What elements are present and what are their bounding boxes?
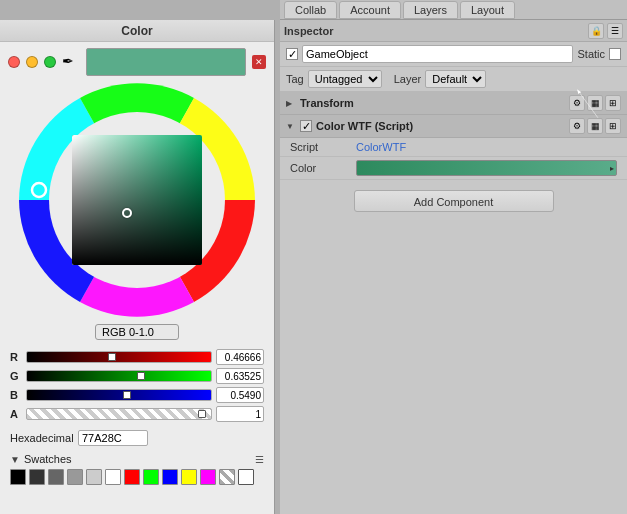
g-label: G (10, 370, 22, 382)
swatches-grid (10, 469, 264, 485)
color-mode-select[interactable]: RGB 0-1.0 RGB 0-255 HSB (95, 324, 179, 340)
transform-expand-icon[interactable]: ⊞ (605, 95, 621, 111)
script-link[interactable]: ColorWTF (356, 141, 406, 153)
hex-row: Hexadecimal (0, 427, 274, 449)
r-value[interactable]: 0.46666 (216, 349, 264, 365)
inspector-title: Inspector (284, 25, 334, 37)
slider-row-a: A 1 (10, 406, 264, 422)
tag-layer-row: Tag Untagged Layer Default (280, 67, 627, 92)
slider-row-b: B 0.5490 (10, 387, 264, 403)
swatch[interactable] (105, 469, 121, 485)
transform-component-name: Transform (300, 97, 565, 109)
b-label: B (10, 389, 22, 401)
close-icon[interactable]: ✕ (252, 55, 266, 69)
script-field-value: ColorWTF (356, 141, 617, 153)
g-value[interactable]: 0.63525 (216, 368, 264, 384)
swatches-menu-icon[interactable]: ☰ (255, 454, 264, 465)
color-field-arrow-icon: ▸ (610, 164, 614, 173)
swatch[interactable] (67, 469, 83, 485)
window-close-btn[interactable] (8, 56, 20, 68)
swatches-label: Swatches (24, 453, 251, 465)
color-preview-swatch[interactable] (86, 48, 246, 76)
sv-cursor (122, 208, 132, 218)
inspector-menu-icon[interactable]: ☰ (607, 23, 623, 39)
color-wtf-checkbox[interactable]: ✓ (300, 120, 312, 132)
color-wtf-icons: ⚙ ▦ ⊞ (569, 118, 621, 134)
color-field-label: Color (290, 162, 350, 174)
tag-label: Tag (286, 73, 304, 85)
transform-settings-icon[interactable]: ⚙ (569, 95, 585, 111)
swatch[interactable] (124, 469, 140, 485)
g-slider[interactable] (26, 370, 212, 382)
hex-input[interactable] (78, 430, 148, 446)
tab-collab[interactable]: Collab (284, 1, 337, 19)
swatch[interactable] (10, 469, 26, 485)
color-field-swatch[interactable]: ▸ (356, 160, 617, 176)
a-slider[interactable] (26, 408, 212, 420)
add-component-button[interactable]: Add Component (354, 190, 554, 212)
swatch[interactable] (162, 469, 178, 485)
color-wheel[interactable] (17, 80, 257, 320)
swatches-header: ▼ Swatches ☰ (10, 453, 264, 465)
color-panel: Color ✒ ✕ (0, 20, 275, 514)
color-field-row: Color ▸ (280, 157, 627, 180)
inspector-panel: Inspector 🔒 ☰ ✓ Static Tag Untagged Laye… (280, 20, 627, 514)
color-wtf-arrow-icon[interactable]: ▼ (286, 122, 296, 131)
swatch-transparent[interactable] (219, 469, 235, 485)
b-value[interactable]: 0.5490 (216, 387, 264, 403)
slider-row-g: G 0.63525 (10, 368, 264, 384)
transform-component-icons: ⚙ ▦ ⊞ (569, 95, 621, 111)
swatches-section: ▼ Swatches ☰ (0, 449, 274, 489)
gameobject-row: ✓ Static (280, 42, 627, 67)
color-preview-area: ✒ ✕ (0, 42, 274, 80)
eyedropper-icon[interactable]: ✒ (62, 53, 80, 71)
tab-layout[interactable]: Layout (460, 1, 515, 19)
color-wtf-expand-icon[interactable]: ⊞ (605, 118, 621, 134)
swatch-border-only[interactable] (238, 469, 254, 485)
inspector-lock-icon[interactable]: 🔒 (588, 23, 604, 39)
script-field-row: Script ColorWTF (280, 138, 627, 157)
swatches-toggle[interactable]: ▼ (10, 454, 20, 465)
r-slider[interactable] (26, 351, 212, 363)
color-wtf-grid-icon[interactable]: ▦ (587, 118, 603, 134)
b-slider[interactable] (26, 389, 212, 401)
slider-row-r: R 0.46666 (10, 349, 264, 365)
tab-layers[interactable]: Layers (403, 1, 458, 19)
window-minimize-btn[interactable] (26, 56, 38, 68)
transform-arrow-icon[interactable]: ▶ (286, 99, 296, 108)
layer-select[interactable]: Default (425, 70, 486, 88)
a-label: A (10, 408, 22, 420)
color-wtf-settings-icon[interactable]: ⚙ (569, 118, 585, 134)
r-label: R (10, 351, 22, 363)
gameobject-name-input[interactable] (302, 45, 573, 63)
color-panel-title: Color (0, 20, 274, 42)
hex-label: Hexadecimal (10, 432, 72, 444)
inspector-icons: 🔒 ☰ (588, 23, 623, 39)
window-maximize-btn[interactable] (44, 56, 56, 68)
mode-select-row: RGB 0-1.0 RGB 0-255 HSB (0, 324, 274, 340)
color-wtf-component-header: ▼ ✓ Color WTF (Script) ⚙ ▦ ⊞ (280, 115, 627, 138)
swatch[interactable] (181, 469, 197, 485)
sv-square[interactable] (72, 135, 202, 265)
transform-grid-icon[interactable]: ▦ (587, 95, 603, 111)
layer-label: Layer (394, 73, 422, 85)
swatch[interactable] (143, 469, 159, 485)
nav-tabs: Collab Account Layers Layout (280, 0, 627, 20)
static-checkbox[interactable] (609, 48, 621, 60)
sliders-area: R 0.46666 G 0.63525 B 0.5490 A (0, 344, 274, 427)
inspector-topbar: Inspector 🔒 ☰ (280, 20, 627, 42)
tag-select[interactable]: Untagged (308, 70, 382, 88)
gameobject-checkbox[interactable]: ✓ (286, 48, 298, 60)
script-field-label: Script (290, 141, 350, 153)
a-value[interactable]: 1 (216, 406, 264, 422)
tab-account[interactable]: Account (339, 1, 401, 19)
swatch[interactable] (48, 469, 64, 485)
swatch[interactable] (29, 469, 45, 485)
transform-component-header: ▶ Transform ⚙ ▦ ⊞ (280, 92, 627, 115)
swatch[interactable] (200, 469, 216, 485)
color-wtf-component-name: Color WTF (Script) (316, 120, 565, 132)
swatch[interactable] (86, 469, 102, 485)
static-label: Static (577, 48, 605, 60)
